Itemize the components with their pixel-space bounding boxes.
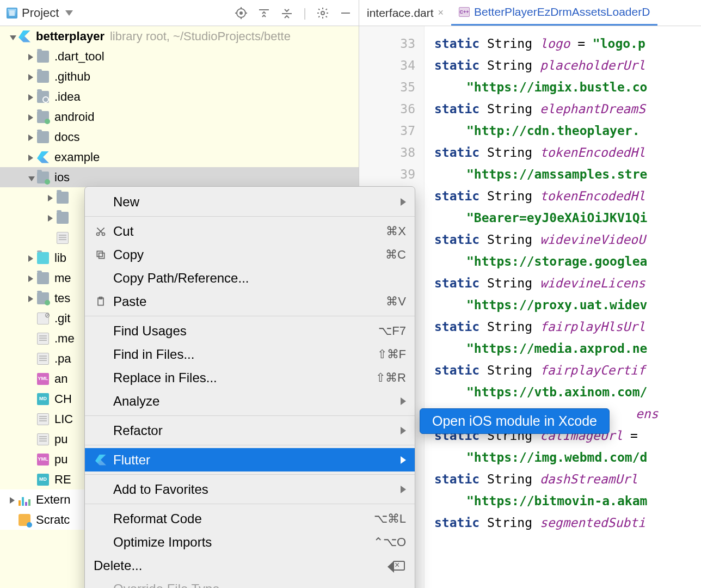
tree-item[interactable]: .github	[0, 66, 359, 87]
folder-icon	[37, 51, 49, 63]
project-title: Project	[22, 6, 59, 20]
cut-icon	[94, 226, 108, 237]
close-icon[interactable]: ×	[438, 7, 444, 19]
md-icon: MD	[37, 393, 49, 405]
menu-item[interactable]: Refactor	[85, 419, 415, 442]
md-icon: MD	[37, 474, 49, 486]
root-name: betterplayer	[36, 26, 104, 46]
svg-rect-15	[97, 251, 102, 256]
tab-label: interface.dart	[367, 7, 434, 20]
file-icon	[37, 333, 49, 345]
menu-item[interactable]: Flutter	[85, 448, 415, 471]
menu-item[interactable]: Find in Files...⇧⌘F	[85, 342, 415, 366]
cpp-icon: C++	[459, 7, 470, 17]
tab-label: BetterPlayerEzDrmAssetsLoaderD	[474, 5, 650, 19]
menu-item: Override File Type	[85, 577, 415, 588]
folder-icon	[37, 252, 49, 264]
file-icon	[37, 433, 49, 445]
tree-root[interactable]: betterplayer library root, ~/StudioProje…	[0, 26, 359, 46]
menu-item[interactable]: Analyze	[85, 389, 415, 413]
chevron-down-icon	[65, 10, 73, 16]
flutter-icon	[37, 151, 49, 163]
folder-icon	[37, 111, 49, 123]
menu-item[interactable]: Find Usages⌥F7	[85, 319, 415, 342]
tab[interactable]: interface.dart ×	[359, 0, 451, 26]
tree-item[interactable]: docs	[0, 127, 359, 147]
file-icon	[57, 232, 69, 244]
yaml-icon: YML	[37, 454, 49, 465]
folder-icon	[37, 71, 49, 83]
chevron-right-icon	[401, 397, 406, 405]
shortcut: ⇧⌘F	[377, 347, 406, 362]
folder-icon	[57, 212, 69, 224]
tree-item[interactable]: example	[0, 147, 359, 167]
gear-icon[interactable]	[316, 7, 329, 20]
minimize-icon[interactable]	[339, 7, 352, 20]
menu-item[interactable]: New	[85, 190, 415, 213]
delete-icon	[392, 561, 406, 571]
menu-item[interactable]: Reformat Code⌥⌘L	[85, 507, 415, 530]
chevron-right-icon	[401, 198, 406, 206]
submenu-item[interactable]: Open iOS module in Xcode	[420, 408, 610, 434]
project-view-selector[interactable]: Project	[7, 6, 73, 20]
folder-icon	[37, 91, 49, 103]
shortcut: ⌥F7	[378, 324, 406, 338]
paste-icon	[94, 296, 108, 307]
folder-icon	[37, 292, 49, 304]
tree-item-selected[interactable]: ios	[0, 167, 359, 187]
yaml-icon: YML	[37, 373, 49, 385]
menu-item[interactable]: Copy⌘C	[85, 243, 415, 266]
collapse-all-icon[interactable]	[280, 7, 293, 20]
chevron-right-icon	[401, 456, 406, 464]
menu-item[interactable]: Copy Path/Reference...	[85, 266, 415, 290]
project-icon	[7, 8, 17, 19]
chevron-right-icon	[401, 486, 406, 493]
shortcut: ⌃⌥O	[373, 535, 406, 549]
chevron-right-icon	[401, 427, 406, 434]
file-icon	[37, 353, 49, 365]
shortcut: ⌘X	[386, 224, 406, 238]
svg-point-1	[240, 12, 242, 14]
libraries-icon	[19, 494, 30, 506]
tree-item[interactable]: .idea	[0, 87, 359, 107]
copy-icon	[94, 249, 108, 260]
shortcut: ⌘C	[385, 248, 406, 262]
folder-icon	[37, 171, 49, 183]
folder-icon	[57, 192, 69, 204]
menu-item[interactable]: Replace in Files...⇧⌘R	[85, 366, 415, 389]
tab-active[interactable]: C++ BetterPlayerEzDrmAssetsLoaderD	[451, 0, 657, 26]
menu-item[interactable]: Delete...	[85, 554, 415, 577]
shortcut: ⌥⌘L	[374, 512, 406, 526]
gitignore-icon	[37, 313, 49, 324]
menu-item[interactable]: Optimize Imports⌃⌥O	[85, 530, 415, 554]
svg-rect-14	[99, 253, 104, 258]
expand-all-icon[interactable]	[257, 7, 270, 20]
svg-point-8	[321, 11, 324, 15]
tree-item[interactable]: android	[0, 107, 359, 127]
scratches-icon	[19, 514, 30, 526]
shortcut: ⇧⌘R	[376, 371, 406, 385]
flutter-icon	[94, 455, 108, 465]
editor-tabs: interface.dart × C++ BetterPlayerEzDrmAs…	[359, 0, 701, 26]
file-icon	[37, 413, 49, 425]
folder-icon	[37, 131, 49, 143]
project-toolbar: Project |	[0, 0, 359, 26]
menu-item[interactable]: Paste⌘V	[85, 290, 415, 313]
shortcut: ⌘V	[386, 295, 406, 309]
menu-item[interactable]: Add to Favorites	[85, 477, 415, 501]
context-menu: NewCut⌘XCopy⌘CCopy Path/Reference...Past…	[84, 186, 415, 588]
code-area[interactable]: static String logo = "logo.pstatic Strin…	[425, 26, 701, 588]
target-icon[interactable]	[235, 7, 248, 20]
flutter-icon	[19, 30, 30, 42]
folder-icon	[37, 272, 49, 284]
tree-item[interactable]: .dart_tool	[0, 46, 359, 66]
menu-item[interactable]: Cut⌘X	[85, 219, 415, 243]
root-hint: library root, ~/StudioProjects/bette	[110, 26, 291, 46]
